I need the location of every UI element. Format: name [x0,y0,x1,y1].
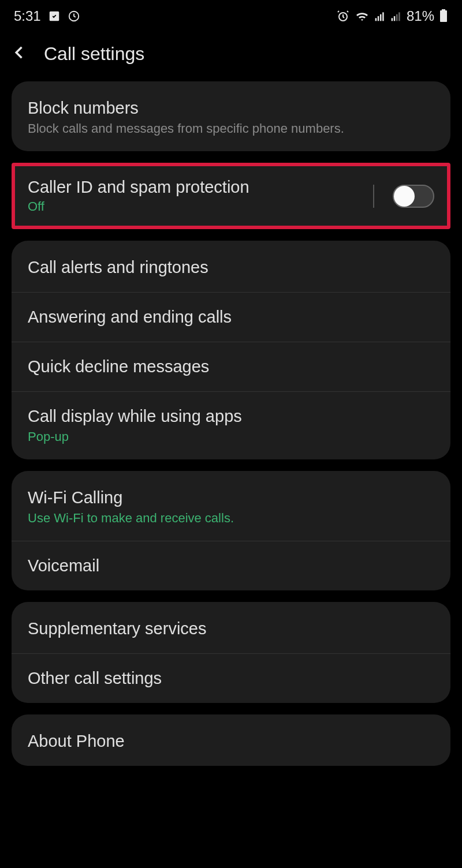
block-numbers-title: Block numbers [28,99,434,118]
status-bar: 5:31 81% [0,0,462,32]
status-time: 5:31 [14,8,41,24]
other-settings-item[interactable]: Other call settings [12,653,450,703]
settings-group-1: Block numbers Block calls and messages f… [12,81,450,151]
supplementary-item[interactable]: Supplementary services [12,602,450,653]
wifi-calling-subtitle: Use Wi-Fi to make and receive calls. [28,511,434,526]
checkbox-icon [48,10,61,23]
battery-percent: 81% [407,8,434,24]
voicemail-title: Voicemail [28,556,434,575]
caller-id-title: Caller ID and spam protection [28,178,373,197]
svg-rect-6 [382,12,384,21]
about-phone-title: About Phone [28,732,434,751]
status-right: 81% [336,8,448,24]
block-numbers-subtitle: Block calls and messages from specific p… [28,121,434,136]
svg-rect-5 [380,14,382,21]
about-phone-item[interactable]: About Phone [12,714,450,766]
answering-item[interactable]: Answering and ending calls [12,292,450,342]
signal-icon-2 [390,10,402,22]
battery-icon [439,9,448,23]
alarm-icon [336,9,350,23]
page-title: Call settings [44,43,144,65]
svg-rect-11 [442,9,445,10]
wifi-calling-title: Wi-Fi Calling [28,488,434,507]
answering-title: Answering and ending calls [28,308,434,327]
svg-rect-8 [394,16,396,21]
call-display-subtitle: Pop-up [28,429,434,444]
call-display-title: Call display while using apps [28,407,434,426]
svg-rect-7 [392,18,393,21]
other-settings-title: Other call settings [28,669,434,688]
quick-decline-item[interactable]: Quick decline messages [12,342,450,391]
page-header: Call settings [0,32,462,81]
svg-rect-9 [396,14,398,21]
caller-id-spam-item[interactable]: Caller ID and spam protection Off [12,163,450,229]
settings-group-4: Supplementary services Other call settin… [12,602,450,703]
voicemail-item[interactable]: Voicemail [12,541,450,590]
call-alerts-title: Call alerts and ringtones [28,258,434,277]
wifi-calling-item[interactable]: Wi-Fi Calling Use Wi-Fi to make and rece… [12,471,450,541]
svg-rect-12 [440,10,447,22]
status-left: 5:31 [14,8,80,24]
settings-group-2: Call alerts and ringtones Answering and … [12,241,450,459]
signal-icon-1 [374,10,386,22]
caller-id-toggle[interactable] [393,185,434,208]
clock-icon [68,10,80,23]
back-button[interactable] [12,43,28,65]
caller-id-status: Off [28,199,373,214]
svg-rect-3 [375,18,377,21]
svg-rect-10 [398,12,400,21]
wifi-icon [355,9,370,23]
call-alerts-item[interactable]: Call alerts and ringtones [12,241,450,292]
settings-group-3: Wi-Fi Calling Use Wi-Fi to make and rece… [12,471,450,590]
block-numbers-item[interactable]: Block numbers Block calls and messages f… [12,81,450,151]
quick-decline-title: Quick decline messages [28,357,434,376]
call-display-item[interactable]: Call display while using apps Pop-up [12,391,450,459]
svg-rect-4 [378,16,379,21]
settings-group-5: About Phone [12,714,450,766]
supplementary-title: Supplementary services [28,619,434,638]
